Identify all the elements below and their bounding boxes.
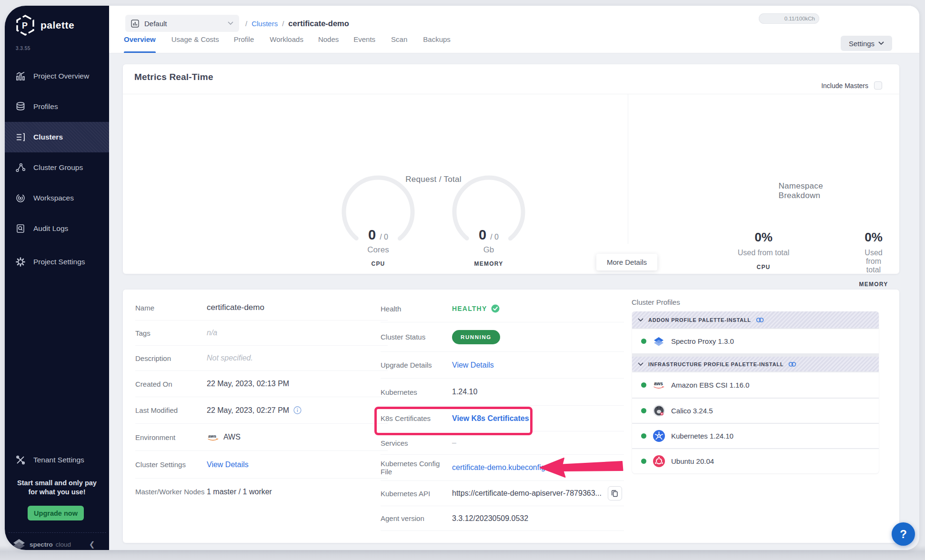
sidebar-item-label: Project Overview — [33, 72, 89, 80]
sidebar-item-label: Clusters — [33, 133, 63, 141]
cluster-settings-view-details-link[interactable]: View Details — [207, 460, 249, 469]
more-details-button[interactable]: More Details — [596, 254, 657, 270]
info-icon[interactable] — [293, 406, 302, 414]
tab-profile[interactable]: Profile — [234, 32, 254, 53]
upgrade-promo-text: Start small and only pay for what you us… — [5, 479, 109, 497]
tools-icon — [15, 455, 26, 465]
cluster-profiles-title: Cluster Profiles — [632, 298, 680, 306]
view-k8s-certificates-link[interactable]: View K8s Certificates — [452, 414, 529, 423]
sidebar-item-project-overview[interactable]: Project Overview — [5, 61, 109, 91]
detail-row-master-worker: Master/Worker Nodes 1 master / 1 worker — [135, 479, 388, 505]
detail-row-agent-version: Agent version 3.3.12/20230509.0532 — [381, 506, 624, 531]
cpu-gauge: 0 / 0 Cores CPU — [367, 227, 389, 267]
link-icon — [788, 361, 796, 367]
detail-row-environment: Environment aws AWS — [135, 424, 388, 451]
aws-icon: aws — [652, 380, 665, 390]
detail-row-kubernetes-api: Kubernetes API https://certificate-demo-… — [381, 481, 624, 506]
brand: P palette — [15, 14, 74, 36]
breadcrumb-clusters-link[interactable]: Clusters — [251, 20, 278, 28]
list-icon — [15, 132, 26, 142]
sidebar-item-cluster-groups[interactable]: Cluster Groups — [5, 152, 109, 183]
tab-usage-costs[interactable]: Usage & Costs — [171, 32, 219, 53]
settings-button-label: Settings — [849, 40, 875, 48]
tab-nodes[interactable]: Nodes — [318, 32, 339, 53]
pack-status-dot — [641, 433, 646, 439]
sidebar-item-clusters[interactable]: Clusters — [5, 122, 109, 152]
project-selector[interactable]: Default — [125, 15, 239, 32]
detail-row-description: Description Not specified. — [135, 346, 388, 371]
detail-row-last-modified: Last Modified 22 May, 2023, 02:27 PM — [135, 397, 388, 424]
pack-status-dot — [641, 382, 646, 388]
addon-profile-header[interactable]: ADDON PROFILE PALETTE-INSTALL — [632, 311, 879, 328]
tab-overview[interactable]: Overview — [124, 32, 156, 53]
cluster-tabs: Overview Usage & Costs Profile Workloads… — [124, 32, 451, 53]
sidebar-item-label: Profiles — [33, 102, 58, 111]
sidebar-item-label: Tenant Settings — [33, 456, 84, 464]
kubernetes-icon — [652, 430, 665, 442]
detail-row-k8s-certificates: K8s Certificates View K8s Certificates — [381, 406, 624, 431]
sidebar-item-audit-logs[interactable]: Audit Logs — [5, 213, 109, 244]
settings-button[interactable]: Settings — [841, 36, 892, 51]
chart-icon — [15, 71, 26, 81]
kubeconfig-link[interactable]: certificate-demo.kubeconfig — [452, 463, 545, 472]
check-circle-icon — [491, 304, 500, 313]
breadcrumb-current: certificate-demo — [288, 19, 349, 28]
namespace-memory-stat: 0% Used from total MEMORY — [859, 230, 888, 288]
tab-backups[interactable]: Backups — [423, 32, 451, 53]
upgrade-now-button[interactable]: Upgrade now — [28, 506, 84, 520]
sidebar-item-label: Project Settings — [33, 258, 85, 266]
svg-text:aws: aws — [208, 434, 216, 439]
chevron-down-icon — [638, 318, 643, 322]
sidebar: P palette 3.3.55 Project Overview Profil… — [5, 6, 109, 550]
app-version: 3.3.55 — [16, 46, 30, 51]
help-button[interactable]: ? — [892, 522, 915, 546]
detail-row-upgrade-details: Upgrade Details View Details — [381, 352, 624, 379]
sidebar-item-profiles[interactable]: Profiles — [5, 91, 109, 122]
upgrade-view-details-link[interactable]: View Details — [452, 361, 494, 370]
usage-meter-value: 0.11/100kCh — [784, 16, 815, 21]
profile-pack-spectro-proxy[interactable]: Spectro Proxy 1.3.0 — [632, 329, 879, 353]
include-masters-checkbox[interactable] — [874, 81, 882, 90]
link-icon — [756, 317, 764, 323]
divider — [9, 532, 106, 533]
infrastructure-profile-header[interactable]: INFRASTRUCTURE PROFILE PALETTE-INSTALL — [632, 357, 879, 371]
ubuntu-icon — [652, 455, 665, 468]
app-window: Default / Clusters / certificate-demo 0.… — [5, 6, 919, 550]
detail-row-cluster-settings: Cluster Settings View Details — [135, 451, 388, 479]
sidebar-item-tenant-settings[interactable]: Tenant Settings — [5, 445, 109, 475]
memory-gauge: 0 / 0 Gb MEMORY — [474, 227, 503, 267]
detail-row-cluster-status: Cluster Status RUNNING — [381, 322, 624, 352]
profile-pack-kubernetes[interactable]: Kubernetes 1.24.10 — [632, 424, 879, 448]
detail-row-health: Health HEALTHY — [381, 295, 624, 322]
sidebar-collapse-button[interactable]: ❮ — [86, 539, 98, 550]
profile-pack-amazon-ebs[interactable]: aws Amazon EBS CSI 1.16.0 — [632, 372, 879, 398]
metrics-title: Metrics Real-Time — [134, 72, 213, 82]
brand-name: palette — [40, 20, 74, 31]
network-icon — [15, 162, 26, 173]
aws-icon: aws — [207, 433, 219, 441]
topbar: Default / Clusters / certificate-demo 0.… — [109, 6, 919, 53]
cluster-profiles-panel: ADDON PROFILE PALETTE-INSTALL Spectro Pr… — [632, 311, 879, 473]
detail-row-kubernetes-version: Kubernetes 1.24.10 — [381, 379, 624, 406]
divider — [123, 94, 899, 94]
palette-logo-icon: P — [15, 14, 35, 36]
calico-icon — [652, 404, 665, 417]
sidebar-item-label: Cluster Groups — [33, 163, 83, 172]
detail-row-name: Name certificate-demo — [135, 295, 388, 320]
sidebar-item-project-settings[interactable]: Project Settings — [5, 247, 109, 277]
detail-row-tags: Tags n/a — [135, 320, 388, 346]
pack-status-dot — [641, 339, 646, 344]
copy-button[interactable] — [608, 486, 622, 500]
profile-pack-calico[interactable]: Calico 3.24.5 — [632, 399, 879, 423]
breadcrumb: / Clusters / certificate-demo — [245, 15, 349, 32]
pack-status-dot — [641, 459, 646, 464]
tab-events[interactable]: Events — [353, 32, 375, 53]
main-content: Metrics Real-Time Include Masters Reques… — [109, 53, 919, 550]
sidebar-item-label: Workspaces — [33, 194, 74, 202]
tab-scan[interactable]: Scan — [391, 32, 407, 53]
sidebar-item-workspaces[interactable]: Workspaces — [5, 183, 109, 213]
tab-workloads[interactable]: Workloads — [270, 32, 303, 53]
detail-row-services: Services – — [381, 431, 624, 455]
profile-pack-ubuntu[interactable]: Ubuntu 20.04 — [632, 449, 879, 473]
gear-icon — [15, 257, 26, 267]
